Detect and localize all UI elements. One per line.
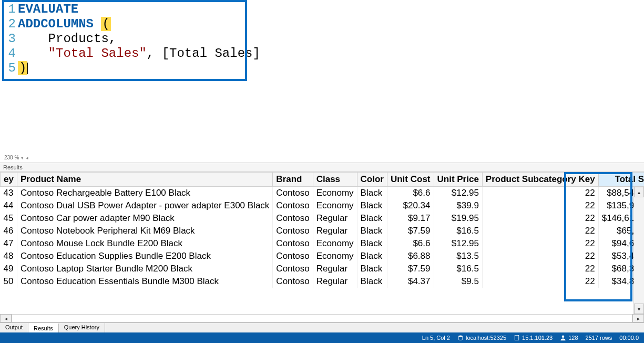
cell-unitCost: $7.59 xyxy=(387,225,434,237)
column-header-subcatKey[interactable]: Product Subcategory Key xyxy=(482,173,598,187)
cell-class: Regular xyxy=(313,275,357,288)
scroll-down-icon[interactable]: ▾ xyxy=(634,304,644,314)
scroll-right-icon[interactable]: ▸ xyxy=(632,314,644,322)
scrollbar-track[interactable] xyxy=(12,314,632,322)
cell-brand: Contoso xyxy=(273,250,313,263)
cell-color: Black xyxy=(357,250,387,263)
cell-brand: Contoso xyxy=(273,263,313,275)
zoom-indicator[interactable]: 238 % ▾ ◂ xyxy=(4,155,28,160)
column-header-unitCost[interactable]: Unit Cost xyxy=(387,173,434,187)
code-content[interactable]: ) xyxy=(16,61,28,76)
column-header-key[interactable]: ey xyxy=(1,173,17,187)
scroll-up-icon[interactable]: ▴ xyxy=(634,187,644,197)
line-number: 2 xyxy=(1,17,16,32)
cell-color: Black xyxy=(357,275,387,288)
cell-key: 50 xyxy=(1,275,17,288)
code-token xyxy=(94,17,101,31)
cell-subcatKey: 22 xyxy=(482,225,598,237)
cell-unitCost: $4.37 xyxy=(387,275,434,288)
cell-productName: Contoso Dual USB Power Adapter - power a… xyxy=(17,199,272,212)
code-editor[interactable]: 1EVALUATE2ADDCOLUMNS (3 Products,4 "Tota… xyxy=(0,0,644,163)
status-time: 00:00.0 xyxy=(619,335,639,341)
table-header-row: eyProduct NameBrandClassColorUnit CostUn… xyxy=(1,173,645,187)
cell-color: Black xyxy=(357,237,387,250)
cell-color: Black xyxy=(357,212,387,225)
tab-output[interactable]: Output xyxy=(0,323,28,332)
cell-productName: Contoso Notebook Peripheral Kit M69 Blac… xyxy=(17,225,272,237)
vertical-scrollbar[interactable]: ▴ ▾ xyxy=(633,187,644,314)
column-header-class[interactable]: Class xyxy=(313,173,357,187)
code-content[interactable]: ADDCOLUMNS ( xyxy=(16,17,111,32)
table-row[interactable]: 50Contoso Education Essentials Bundle M3… xyxy=(1,275,645,288)
table-row[interactable]: 45Contoso Car power adapter M90 BlackCon… xyxy=(1,212,645,225)
column-header-brand[interactable]: Brand xyxy=(273,173,313,187)
code-token: ) xyxy=(18,61,27,75)
code-content[interactable]: EVALUATE xyxy=(16,2,78,17)
table-row[interactable]: 46Contoso Notebook Peripheral Kit M69 Bl… xyxy=(1,225,645,237)
tab-query-history[interactable]: Query History xyxy=(59,323,105,332)
table-row[interactable]: 43Contoso Rechargeable Battery E100 Blac… xyxy=(1,187,645,200)
cell-unitCost: $6.6 xyxy=(387,237,434,250)
document-icon xyxy=(514,335,520,341)
cell-class: Economy xyxy=(313,250,357,263)
line-number: 3 xyxy=(1,32,16,46)
table-row[interactable]: 48Contoso Education Supplies Bundle E200… xyxy=(1,250,645,263)
cell-unitPrice: $16.5 xyxy=(434,225,482,237)
code-token: EVALUATE xyxy=(18,2,78,16)
scroll-left-icon[interactable]: ◂ xyxy=(0,314,12,322)
code-token: ADDCOLUMNS xyxy=(18,17,94,31)
cell-productName: Contoso Education Supplies Bundle E200 B… xyxy=(17,250,272,263)
cell-color: Black xyxy=(357,263,387,275)
table-row[interactable]: 47Contoso Mouse Lock Bundle E200 BlackCo… xyxy=(1,237,645,250)
code-content[interactable]: "Total Sales", [Total Sales] xyxy=(16,46,260,61)
cell-class: Economy xyxy=(313,237,357,250)
horizontal-scrollbar[interactable]: ◂ ▸ xyxy=(0,314,644,322)
cell-class: Regular xyxy=(313,225,357,237)
code-token: "Total Sales" xyxy=(48,46,147,60)
statusbar: Ln 5, Col 2 localhost:52325 15.1.101.23 … xyxy=(0,332,644,343)
cell-brand: Contoso xyxy=(273,225,313,237)
cell-brand: Contoso xyxy=(273,199,313,212)
cell-unitPrice: $39.9 xyxy=(434,199,482,212)
column-header-totalSales[interactable]: Total Sales xyxy=(598,173,644,187)
code-line[interactable]: 2ADDCOLUMNS ( xyxy=(1,17,643,32)
status-users: 128 xyxy=(560,335,578,341)
results-panel: eyProduct NameBrandClassColorUnit CostUn… xyxy=(0,172,644,322)
cell-unitPrice: $13.5 xyxy=(434,250,482,263)
svg-rect-1 xyxy=(515,336,519,340)
cell-class: Regular xyxy=(313,212,357,225)
cell-color: Black xyxy=(357,199,387,212)
cell-brand: Contoso xyxy=(273,275,313,288)
results-table: eyProduct NameBrandClassColorUnit CostUn… xyxy=(0,172,644,288)
cell-class: Economy xyxy=(313,187,357,200)
column-header-productName[interactable]: Product Name xyxy=(17,173,272,187)
cell-key: 45 xyxy=(1,212,17,225)
code-line[interactable]: 1EVALUATE xyxy=(1,2,643,17)
code-line[interactable]: 4 "Total Sales", [Total Sales] xyxy=(1,46,643,61)
cell-productName: Contoso Mouse Lock Bundle E200 Black xyxy=(17,237,272,250)
cell-unitPrice: $16.5 xyxy=(434,263,482,275)
column-header-unitPrice[interactable]: Unit Price xyxy=(434,173,482,187)
cell-unitCost: $9.17 xyxy=(387,212,434,225)
status-server: localhost:52325 xyxy=(457,335,506,341)
cell-color: Black xyxy=(357,187,387,200)
cell-unitPrice: $19.95 xyxy=(434,212,482,225)
cell-productName: Contoso Education Essentials Bundle M300… xyxy=(17,275,272,288)
code-content[interactable]: Products, xyxy=(16,32,116,46)
line-number: 5 xyxy=(1,61,16,76)
column-header-color[interactable]: Color xyxy=(357,173,387,187)
scroll-left-icon[interactable]: ◂ xyxy=(26,155,28,160)
code-line[interactable]: 3 Products, xyxy=(1,32,643,46)
tab-results[interactable]: Results xyxy=(28,323,59,332)
cell-unitPrice: $12.95 xyxy=(434,237,482,250)
cell-key: 48 xyxy=(1,250,17,263)
code-line[interactable]: 5) xyxy=(1,61,643,76)
table-row[interactable]: 44Contoso Dual USB Power Adapter - power… xyxy=(1,199,645,212)
cell-brand: Contoso xyxy=(273,237,313,250)
cell-unitCost: $6.6 xyxy=(387,187,434,200)
table-row[interactable]: 49Contoso Laptop Starter Bundle M200 Bla… xyxy=(1,263,645,275)
scrollbar-track[interactable] xyxy=(634,197,644,304)
bottom-tabs: OutputResultsQuery History xyxy=(0,322,644,332)
cell-unitCost: $7.59 xyxy=(387,263,434,275)
cell-subcatKey: 22 xyxy=(482,187,598,200)
